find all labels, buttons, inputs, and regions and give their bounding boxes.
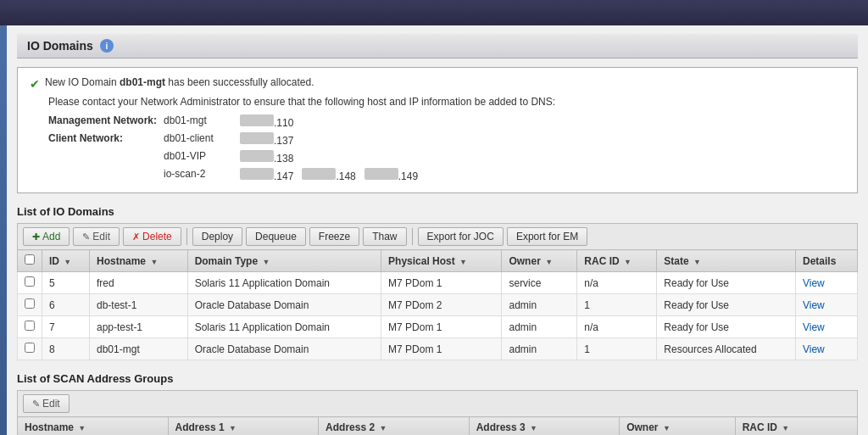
dns-row-scan: io-scan-2 .147 .148 .149	[48, 166, 425, 184]
mgmt-ip: .110	[240, 113, 425, 131]
cell-rac-id: 1	[577, 294, 657, 316]
scan-edit-icon: ✎	[32, 399, 40, 410]
scan-ips: .147 .148 .149	[240, 166, 425, 184]
row-checkbox-cell	[18, 338, 42, 360]
page-header: IO Domains i	[17, 34, 858, 59]
scan-col-addr2: Address 2 ▼	[319, 417, 470, 436]
cell-hostname: db01-mgt	[90, 338, 188, 360]
client-label: Client Network:	[48, 131, 164, 148]
cell-physical-host: M7 PDom 1	[381, 316, 502, 338]
scan-header-row: Hostname ▼ Address 1 ▼ Address 2 ▼ Addre…	[18, 417, 858, 436]
freeze-button[interactable]: Freeze	[309, 227, 359, 246]
io-domains-table: ID ▼ Hostname ▼ Domain Type ▼ Physical H…	[17, 249, 858, 360]
scan-edit-button[interactable]: ✎ Edit	[23, 394, 70, 413]
cell-physical-host: M7 PDom 1	[381, 338, 502, 360]
info-icon[interactable]: i	[100, 39, 114, 53]
client-hostname: db01-client	[164, 131, 240, 148]
row-checkbox[interactable]	[25, 276, 35, 287]
cell-rac-id: 1	[577, 338, 657, 360]
success-check-icon: ✔	[30, 77, 40, 91]
dns-info-table: Management Network: db01-mgt .110 Client…	[48, 113, 425, 184]
edit-button[interactable]: ✎ Edit	[73, 227, 120, 246]
mgmt-label: Management Network:	[48, 113, 164, 131]
domain-name-highlight: db01-mgt	[120, 76, 165, 88]
view-link[interactable]: View	[803, 321, 825, 333]
cell-owner: admin	[502, 338, 577, 360]
toolbar-sep-2	[412, 228, 413, 245]
dns-row-vip: db01-VIP .138	[48, 148, 425, 166]
col-header-state: State ▼	[657, 250, 796, 272]
col-header-owner: Owner ▼	[502, 250, 577, 272]
cell-state: Ready for Use	[657, 294, 796, 316]
content-area: IO Domains i ✔ New IO Domain db01-mgt ha…	[7, 25, 868, 435]
cell-domain-type: Solaris 11 Application Domain	[187, 272, 381, 294]
col-header-details: Details	[795, 250, 857, 272]
table-row: 5 fred Solaris 11 Application Domain M7 …	[18, 272, 858, 294]
cell-owner: service	[502, 272, 577, 294]
io-domains-toolbar: ✚ Add ✎ Edit ✗ Delete Deploy Dequeue Fre…	[17, 223, 858, 249]
delete-button[interactable]: ✗ Delete	[123, 227, 181, 246]
col-header-rac-id: RAC ID ▼	[577, 250, 657, 272]
view-link[interactable]: View	[803, 343, 825, 355]
cell-owner: admin	[502, 316, 577, 338]
scan-col-rac-id: RAC ID ▼	[735, 417, 857, 436]
view-link[interactable]: View	[803, 277, 825, 289]
select-all-checkbox[interactable]	[25, 254, 35, 265]
client-ip: .137	[240, 131, 425, 148]
cell-rac-id: n/a	[577, 316, 657, 338]
scan-col-addr3: Address 3 ▼	[469, 417, 620, 436]
success-message-box: ✔ New IO Domain db01-mgt has been succes…	[17, 67, 858, 193]
cell-id: 6	[42, 294, 90, 316]
view-link[interactable]: View	[803, 299, 825, 311]
vip-ip: .138	[240, 148, 425, 166]
cell-physical-host: M7 PDom 2	[381, 294, 502, 316]
cell-domain-type: Oracle Database Domain	[187, 294, 381, 316]
col-header-checkbox	[18, 250, 42, 272]
cell-rac-id: n/a	[577, 272, 657, 294]
row-checkbox[interactable]	[25, 343, 35, 353]
add-button[interactable]: ✚ Add	[23, 227, 70, 246]
table-row: 6 db-test-1 Oracle Database Domain M7 PD…	[18, 294, 858, 316]
table-row: 7 app-test-1 Solaris 11 Application Doma…	[18, 316, 858, 338]
col-header-id: ID ▼	[42, 250, 90, 272]
cell-id: 7	[42, 316, 90, 338]
thaw-button[interactable]: Thaw	[363, 227, 406, 246]
dequeue-button[interactable]: Dequeue	[246, 227, 306, 246]
col-header-physical-host: Physical Host ▼	[381, 250, 502, 272]
io-domains-section-title: List of IO Domains	[17, 205, 858, 218]
cell-id: 8	[42, 338, 90, 360]
cell-details: View	[795, 272, 857, 294]
left-sidebar-accent	[0, 25, 7, 435]
row-checkbox[interactable]	[25, 298, 35, 309]
cell-state: Ready for Use	[657, 272, 796, 294]
cell-hostname: app-test-1	[90, 316, 188, 338]
scan-address-table: Hostname ▼ Address 1 ▼ Address 2 ▼ Addre…	[17, 416, 858, 435]
scan-section: List of SCAN Address Groups ✎ Edit Hostn…	[17, 372, 858, 435]
scan-label	[48, 166, 164, 184]
cell-id: 5	[42, 272, 90, 294]
scan-section-title: List of SCAN Address Groups	[17, 372, 858, 385]
export-em-button[interactable]: Export for EM	[507, 227, 587, 246]
row-checkbox-cell	[18, 316, 42, 338]
dns-instruction-text: Please contact your Network Administrato…	[48, 96, 845, 108]
scan-toolbar: ✎ Edit	[17, 390, 858, 416]
scan-col-hostname: Hostname ▼	[18, 417, 169, 436]
cell-owner: admin	[502, 294, 577, 316]
export-joc-button[interactable]: Export for JOC	[418, 227, 504, 246]
io-domains-header-row: ID ▼ Hostname ▼ Domain Type ▼ Physical H…	[18, 250, 858, 272]
scan-col-owner: Owner ▼	[620, 417, 735, 436]
row-checkbox-cell	[18, 294, 42, 316]
deploy-button[interactable]: Deploy	[192, 227, 242, 246]
scan-col-addr1: Address 1 ▼	[168, 417, 319, 436]
delete-icon: ✗	[132, 231, 140, 243]
row-checkbox[interactable]	[25, 321, 35, 331]
dns-row-client: Client Network: db01-client .137	[48, 131, 425, 148]
cell-domain-type: Solaris 11 Application Domain	[187, 316, 381, 338]
cell-details: View	[795, 294, 857, 316]
cell-state: Ready for Use	[657, 316, 796, 338]
vip-label	[48, 148, 164, 166]
top-nav-bar	[0, 0, 868, 25]
row-checkbox-cell	[18, 272, 42, 294]
edit-icon: ✎	[82, 231, 90, 243]
mgmt-hostname: db01-mgt	[164, 113, 240, 131]
